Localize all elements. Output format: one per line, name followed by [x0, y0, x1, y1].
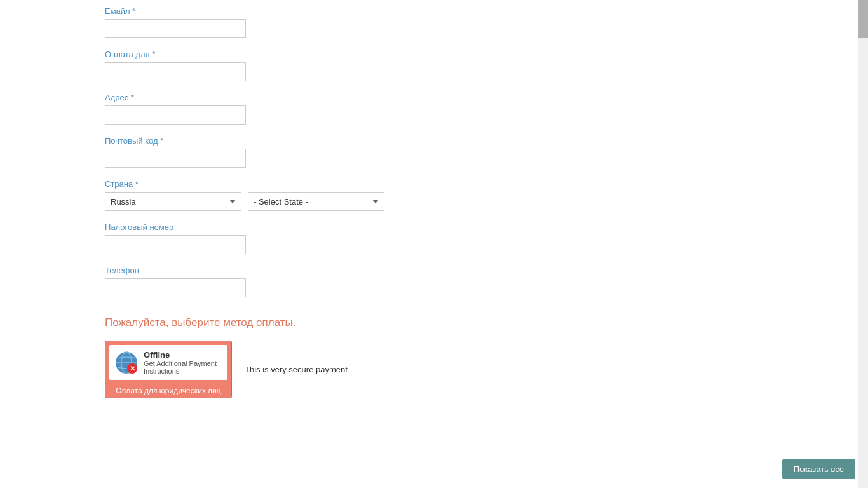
- scrollbar[interactable]: [858, 0, 868, 488]
- scrollbar-thumb[interactable]: [858, 0, 868, 38]
- payment-for-group: Оплата для *: [105, 50, 753, 81]
- phone-group: Телефон: [105, 266, 753, 297]
- tax-number-input[interactable]: [105, 235, 246, 254]
- page-wrapper: Емайл * Оплата для * Адрес * Почтовый ко…: [0, 0, 868, 488]
- address-label: Адрес *: [105, 93, 753, 102]
- payment-card-inner: ✕ Offline Get Additional Payment Instruc…: [109, 345, 227, 380]
- country-label: Страна *: [105, 179, 753, 189]
- postal-code-required: *: [160, 136, 163, 146]
- address-group: Адрес *: [105, 93, 753, 125]
- svg-text:✕: ✕: [130, 365, 135, 372]
- phone-input[interactable]: [105, 278, 246, 297]
- payment-row: ✕ Offline Get Additional Payment Instruc…: [105, 341, 753, 398]
- tax-number-group: Налоговый номер: [105, 222, 753, 254]
- payment-card-label: Оплата для юридических лиц: [105, 384, 231, 398]
- offline-payment-icon: ✕: [114, 351, 139, 375]
- form-container: Емайл * Оплата для * Адрес * Почтовый ко…: [0, 0, 858, 435]
- email-label: Емайл *: [105, 6, 753, 16]
- postal-code-input[interactable]: [105, 149, 246, 168]
- address-input[interactable]: [105, 105, 246, 125]
- country-group: Страна * Russia United States Germany - …: [105, 179, 753, 211]
- payment-card-text: Offline Get Additional Payment Instructi…: [144, 350, 222, 375]
- email-required: *: [132, 6, 135, 16]
- tax-number-label: Налоговый номер: [105, 222, 753, 232]
- payment-for-label: Оплата для *: [105, 50, 753, 59]
- email-group: Емайл *: [105, 6, 753, 38]
- payment-method-card[interactable]: ✕ Offline Get Additional Payment Instruc…: [105, 341, 232, 398]
- payment-method-subtitle: Get Additional Payment Instructions: [144, 360, 222, 375]
- postal-code-group: Почтовый код *: [105, 136, 753, 168]
- state-select[interactable]: - Select State -: [248, 192, 384, 211]
- payment-method-title: Offline: [144, 350, 222, 360]
- postal-code-label: Почтовый код *: [105, 136, 753, 146]
- payment-description: This is very secure payment: [245, 365, 348, 374]
- payment-for-input[interactable]: [105, 62, 246, 81]
- phone-label: Телефон: [105, 266, 753, 275]
- payment-section: Пожалуйста, выберите метод оплаты.: [105, 316, 753, 398]
- payment-for-required: *: [152, 50, 155, 59]
- show-all-button[interactable]: Показать все: [782, 459, 855, 479]
- payment-heading: Пожалуйста, выберите метод оплаты.: [105, 316, 753, 329]
- country-required: *: [135, 179, 139, 189]
- email-input[interactable]: [105, 19, 246, 38]
- address-required: *: [131, 93, 134, 102]
- country-row: Russia United States Germany - Select St…: [105, 192, 753, 211]
- country-select[interactable]: Russia United States Germany: [105, 192, 241, 211]
